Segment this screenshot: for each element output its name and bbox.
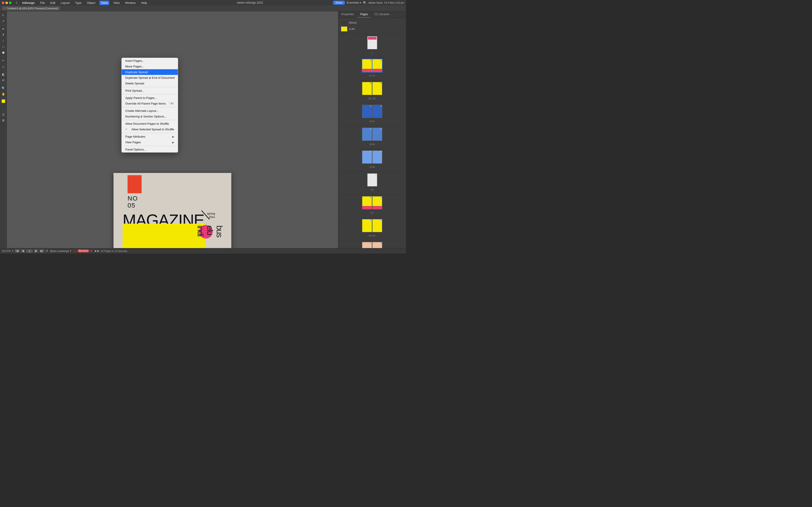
tabbar: × *Untitled-5 @ 63% [GPU Preview] [Conve… (0, 5, 406, 11)
page-thumb-5a[interactable]: A (362, 128, 372, 141)
spread-thumbs-1 (367, 36, 377, 49)
first-page-button[interactable]: |◀ (15, 249, 19, 252)
main-layout: ↖ ↗ ✒ T / □ ⬟ ✂ △ ◧ ⇄ 🔍 ✋ ◫ ⊞ NO 05 (0, 11, 406, 253)
document-tab[interactable]: × *Untitled-5 @ 63% [GPU Preview] [Conve… (2, 6, 60, 10)
next-spread-button[interactable]: ▶ (97, 249, 99, 252)
menu-window[interactable]: Window (124, 1, 137, 5)
essentials-label[interactable]: Essentials ▾ (347, 1, 361, 4)
menu-table[interactable]: Table (99, 1, 109, 5)
refresh-button[interactable]: ↺ (46, 249, 48, 252)
ctx-apply-parent[interactable]: Apply Parent to Pages... (122, 95, 178, 101)
page-thumb-9a[interactable]: B (362, 219, 372, 232)
tool-pen[interactable]: ✒ (1, 26, 6, 32)
ctx-allow-doc-shuffle[interactable]: Allow Document Pages to Shuffle (122, 121, 178, 126)
tool-stroke-color[interactable] (1, 104, 6, 109)
page-thumb-9b[interactable]: B (372, 219, 382, 232)
ctx-duplicate-spread-label: Duplicate Spread (125, 70, 148, 74)
tool-shape[interactable]: ⬟ (1, 50, 6, 55)
ctx-apply-parent-label: Apply Parent to Pages... (125, 96, 157, 100)
ctx-allow-spread-shuffle[interactable]: ✓ Allow Selected Spread to Shuffle (122, 126, 178, 132)
ctx-override-parent[interactable]: Override All Parent Page Items ⌃⌘L (122, 101, 178, 106)
page-thumb-5b[interactable]: A (372, 128, 382, 141)
page-thumb-6a[interactable]: A (362, 151, 372, 164)
menu-view[interactable]: View (112, 1, 121, 5)
ctx-duplicate-spread-end[interactable]: Duplicate Spread at End of Document (122, 75, 178, 80)
menu-help[interactable]: Help (140, 1, 148, 5)
tab-cc-libraries[interactable]: CC Libraries (371, 11, 393, 18)
ctx-page-attributes[interactable]: Page Attributes ▶ (122, 134, 178, 139)
tool-select[interactable]: ↖ (1, 13, 6, 18)
menu-object[interactable]: Object (86, 1, 97, 5)
menu-layout[interactable]: Layout (59, 1, 71, 5)
tool-zoom[interactable]: 🔍 (1, 86, 6, 91)
page-thumb-1[interactable] (367, 36, 377, 49)
minimize-button[interactable] (5, 2, 8, 4)
tool-type[interactable]: T (1, 33, 6, 37)
master-thumb-none[interactable] (341, 20, 347, 25)
errors-dropdown[interactable]: ▾ (91, 249, 92, 252)
stock-search[interactable]: Adobe Stock (368, 1, 383, 4)
last-page-button[interactable]: ▶| (39, 249, 44, 252)
page-thumb-3b[interactable]: A (372, 82, 382, 95)
ctx-view-pages[interactable]: View Pages ▶ (122, 139, 178, 145)
page-number-input[interactable] (26, 249, 33, 252)
spread-thumbs-2: A A (362, 59, 382, 72)
menu-edit[interactable]: Edit (49, 1, 57, 5)
page-thumb-2a[interactable]: A (362, 59, 372, 72)
page-thumb-4b[interactable]: A (372, 105, 382, 118)
tool-frame-grid[interactable]: ⊞ (1, 118, 6, 123)
prev-page-button[interactable]: ◀ (21, 249, 25, 252)
prev-spread-button[interactable]: ◀ (94, 249, 96, 252)
tab-properties[interactable]: Properties (338, 11, 357, 18)
tab-close-icon[interactable]: × (4, 7, 5, 9)
next-page-button[interactable]: ▶ (34, 249, 38, 252)
tool-line[interactable]: / (1, 38, 6, 43)
tool-hand[interactable]: ✋ (1, 92, 6, 97)
spread-row-9: B B [01-02] (340, 218, 405, 241)
tool-scissors[interactable]: ✂ (1, 58, 6, 63)
menu-type[interactable]: Type (73, 1, 83, 5)
ctx-panel-options-label: Panel Options... (125, 148, 146, 151)
tool-color[interactable]: ◧ (1, 72, 6, 77)
zoom-dropdown-icon[interactable]: ▾ (12, 249, 13, 252)
page-thumb-8a[interactable]: B (362, 196, 372, 209)
spread-label-4: 03-04 (369, 120, 375, 122)
spread-label-7: 09 (371, 189, 373, 191)
page-thumb-6b[interactable]: A (372, 151, 382, 164)
close-button[interactable] (2, 2, 4, 4)
maximize-button[interactable] (9, 2, 11, 4)
error-count[interactable]: 86 errors (78, 249, 89, 252)
ctx-move-pages[interactable]: Move Pages... (122, 64, 178, 69)
tab-pages[interactable]: Pages (357, 11, 371, 18)
tool-mode[interactable]: ◫ (1, 112, 6, 117)
ctx-insert-pages[interactable]: Insert Pages... (122, 58, 178, 64)
spread-thumbs-8: B B (362, 196, 382, 209)
page-thumb-2b[interactable]: A (372, 59, 382, 72)
page-thumb-4a[interactable]: A (362, 105, 372, 118)
tool-swap[interactable]: ⇄ (1, 78, 6, 82)
search-icon[interactable]: 🔍 (363, 1, 367, 5)
ctx-print-spread[interactable]: Print Spread... (122, 88, 178, 94)
tool-gradient[interactable]: △ (1, 64, 6, 69)
page-thumb-7[interactable]: 1 (367, 173, 377, 186)
master-thumb-a[interactable] (341, 26, 347, 32)
page-thumb-3a[interactable]: A (362, 82, 372, 95)
spread-row-3: A A [01, 02] (340, 80, 405, 103)
ctx-panel-options[interactable]: Panel Options... (122, 147, 178, 152)
tool-fill-color[interactable] (2, 99, 5, 103)
ctx-numbering[interactable]: Numbering & Section Options... (122, 114, 178, 119)
ctx-create-alt-layout[interactable]: Create Alternate Layout... (122, 108, 178, 114)
ctx-duplicate-spread[interactable]: Duplicate Spread (122, 69, 178, 75)
ctx-delete-spread[interactable]: Delete Spread (122, 80, 178, 86)
page-a-mark-6a: A (370, 151, 371, 153)
tool-rect[interactable]: □ (1, 44, 6, 49)
menu-file[interactable]: File (39, 1, 46, 5)
spread-row-2: A A 02, 03 (340, 58, 405, 80)
app-name[interactable]: InDesign (21, 1, 36, 5)
tool-direct-select[interactable]: ↗ (1, 18, 6, 23)
share-button[interactable]: Share (333, 1, 345, 5)
page-b-mark-9a: B (370, 220, 371, 221)
view-dropdown[interactable]: ▾ (70, 249, 71, 252)
page-thumb-8b[interactable]: B (372, 196, 382, 209)
ctx-allow-doc-shuffle-label: Allow Document Pages to Shuffle (125, 122, 169, 125)
